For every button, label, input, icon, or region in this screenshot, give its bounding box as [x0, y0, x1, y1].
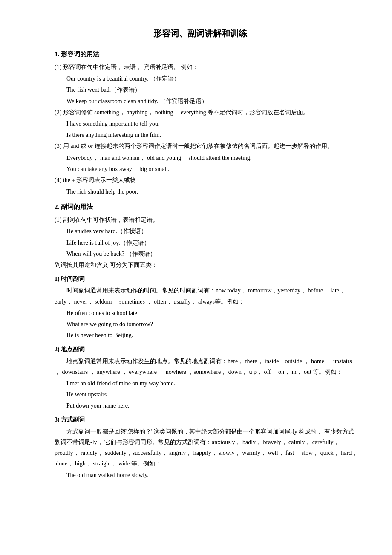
s1-1-ex1: Our country is a beautiful country. （作定语… — [66, 73, 358, 84]
s1-3-intro: (3) 用 and 或 or 连接起来的两个形容词作定语时一般把它们放在被修饰的… — [55, 141, 358, 151]
cat1-ex1: He often comes to school late. — [66, 308, 358, 318]
s1-2-ex2: Is there anything interesting in the fil… — [66, 130, 358, 140]
page-title: 形容词、副词讲解和训练 — [43, 26, 358, 41]
section2-title: 2. 副词的用法 — [55, 201, 358, 213]
cat2-ex3: Put down your name here. — [66, 400, 358, 411]
s2-1-extra: 副词按其用途和含义 可分为下面五类： — [55, 260, 358, 270]
cat1-ex2: What are we going to do tomorrow? — [66, 319, 358, 330]
s1-1-ex3: We keep our classroom clean and tidy. （作… — [66, 96, 358, 107]
s1-3-ex1: Everybody， man and woman， old and young，… — [66, 153, 358, 163]
cat2-ex1: I met an old friend of mine on my way ho… — [66, 378, 358, 389]
cat2-ex2: He went upstairs. — [66, 389, 358, 400]
s2-1-ex3: When will you be back? （作表语） — [66, 249, 358, 259]
section-adverbs: 2. 副词的用法 (1) 副词在句中可作状语，表语和定语。 He studies… — [43, 201, 358, 480]
s1-1-ex2: The fish went bad.（作表语） — [66, 84, 358, 95]
s1-1-intro: (1) 形容词在句中作定语， 表语， 宾语补足语。 例如： — [55, 62, 358, 72]
cat3-body: 方式副词一般都是回答'怎样的？"这类问题的，其中绝大部分都是由一个形容词加词尾-… — [55, 426, 358, 469]
section1-title: 1. 形容词的用法 — [55, 49, 358, 60]
s1-4-ex1: The rich should help the poor. — [66, 186, 358, 197]
s2-1-intro: (1) 副词在句中可作状语，表语和定语。 — [55, 214, 358, 225]
cat3-ex1: The old man walked home slowly. — [66, 470, 358, 480]
s1-3-ex2: You can take any box away， big or small. — [66, 164, 358, 174]
cat1-body: 时间副词通常用来表示动作的时间。常见的时间副词有：now today， tomo… — [55, 285, 358, 306]
s2-1-ex2: Life here is full of joy.（作定语） — [66, 237, 358, 248]
s1-2-ex1: I have something important to tell you. — [66, 119, 358, 129]
cat2-body: 地点副词通常用来表示动作发生的地点。常见的地点副词有：here， there， … — [55, 356, 358, 377]
cat3-title: 3) 方式副词 — [55, 414, 358, 425]
cat1-title: 1) 时间副词 — [55, 274, 358, 284]
section-adjectives: 1. 形容词的用法 (1) 形容词在句中作定语， 表语， 宾语补足语。 例如： … — [43, 49, 358, 197]
s2-1-ex1: He studies very hard.（作状语） — [66, 226, 358, 237]
cat1-ex3: He is never been to Beijing. — [66, 330, 358, 341]
s1-2-intro: (2) 形容词修饰 something， anything， nothing， … — [55, 107, 358, 118]
cat2-title: 2) 地点副词 — [55, 344, 358, 355]
s1-4-intro: (4) the＋形容词表示一类人或物 — [55, 175, 358, 185]
